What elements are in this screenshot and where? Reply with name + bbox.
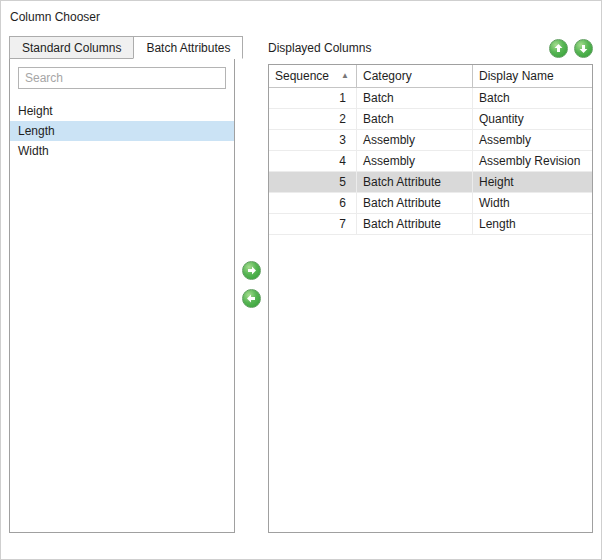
cell-sequence[interactable]: 5 [269, 172, 357, 192]
column-header-sequence-label: Sequence [275, 69, 329, 83]
move-up-button[interactable] [549, 39, 568, 58]
cell-display-name[interactable]: Quantity [473, 109, 592, 129]
list-item[interactable]: Length [10, 121, 234, 141]
cell-sequence[interactable]: 1 [269, 88, 357, 108]
table-row[interactable]: 6Batch AttributeWidth [269, 193, 592, 214]
tab-batch-attributes[interactable]: Batch Attributes [133, 36, 243, 59]
add-column-button[interactable] [242, 261, 261, 280]
cell-sequence[interactable]: 6 [269, 193, 357, 213]
cell-category[interactable]: Batch Attribute [357, 172, 473, 192]
cell-category[interactable]: Batch Attribute [357, 193, 473, 213]
displayed-columns-header: Displayed Columns [268, 36, 593, 60]
cell-category[interactable]: Batch [357, 109, 473, 129]
column-header-display-name[interactable]: Display Name [473, 65, 592, 87]
tab-standard-columns[interactable]: Standard Columns [9, 36, 134, 59]
cell-sequence[interactable]: 2 [269, 109, 357, 129]
table-row[interactable]: 1BatchBatch [269, 88, 592, 109]
grid-body: 1BatchBatch2BatchQuantity3AssemblyAssemb… [269, 88, 592, 532]
table-row[interactable]: 2BatchQuantity [269, 109, 592, 130]
search-input[interactable] [18, 67, 226, 89]
cell-display-name[interactable]: Length [473, 214, 592, 234]
table-row[interactable]: 7Batch AttributeLength [269, 214, 592, 235]
cell-display-name[interactable]: Assembly [473, 130, 592, 150]
cell-category[interactable]: Assembly [357, 151, 473, 171]
column-header-category[interactable]: Category [357, 65, 473, 87]
arrow-up-circle-icon [553, 43, 564, 54]
table-row[interactable]: 4AssemblyAssembly Revision [269, 151, 592, 172]
column-chooser-body: Standard Columns Batch Attributes Height… [9, 36, 593, 533]
move-down-button[interactable] [574, 39, 593, 58]
reorder-buttons [549, 39, 593, 58]
table-row[interactable]: 5Batch AttributeHeight [269, 172, 592, 193]
transfer-buttons [235, 36, 268, 533]
cell-sequence[interactable]: 4 [269, 151, 357, 171]
source-panel: Standard Columns Batch Attributes Height… [9, 36, 235, 533]
grid-header-row: Sequence ▲ Category Display Name [269, 65, 592, 88]
column-header-sequence[interactable]: Sequence ▲ [269, 65, 357, 87]
displayed-columns-grid: Sequence ▲ Category Display Name 1BatchB… [268, 64, 593, 533]
arrow-right-circle-icon [246, 265, 257, 276]
displayed-columns-title: Displayed Columns [268, 41, 549, 55]
arrow-down-circle-icon [578, 43, 589, 54]
arrow-left-circle-icon [246, 293, 257, 304]
cell-category[interactable]: Batch [357, 88, 473, 108]
sort-ascending-icon: ▲ [341, 72, 349, 80]
cell-display-name[interactable]: Assembly Revision [473, 151, 592, 171]
cell-sequence[interactable]: 7 [269, 214, 357, 234]
cell-display-name[interactable]: Height [473, 172, 592, 192]
displayed-columns-panel: Displayed Columns Sequence ▲ [268, 36, 593, 533]
attribute-list: HeightLengthWidth [10, 101, 234, 532]
list-item[interactable]: Height [10, 101, 234, 121]
page-title: Column Chooser [10, 10, 601, 24]
table-row[interactable]: 3AssemblyAssembly [269, 130, 592, 151]
tab-strip: Standard Columns Batch Attributes [9, 36, 235, 58]
list-item[interactable]: Width [10, 141, 234, 161]
cell-display-name[interactable]: Width [473, 193, 592, 213]
attribute-panel: HeightLengthWidth [9, 58, 235, 533]
cell-sequence[interactable]: 3 [269, 130, 357, 150]
remove-column-button[interactable] [242, 289, 261, 308]
cell-category[interactable]: Assembly [357, 130, 473, 150]
cell-category[interactable]: Batch Attribute [357, 214, 473, 234]
cell-display-name[interactable]: Batch [473, 88, 592, 108]
